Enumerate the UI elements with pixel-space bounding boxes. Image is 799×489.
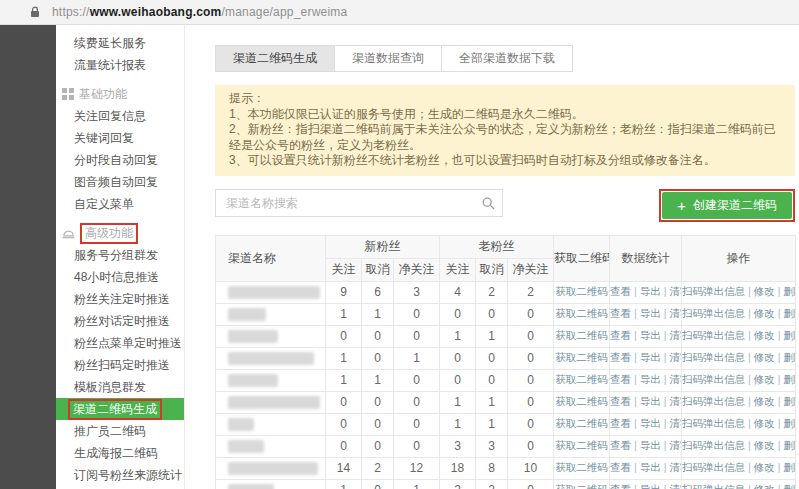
view-link[interactable]: 查看 xyxy=(610,439,631,451)
get-qrcode-link[interactable]: 获取二维码 xyxy=(555,373,608,385)
delete-link[interactable]: 删除 xyxy=(784,417,796,429)
scan-popup-link[interactable]: 扫码弹出信息 xyxy=(682,307,745,319)
modify-link[interactable]: 修改 xyxy=(754,483,775,489)
delete-link[interactable]: 删除 xyxy=(784,439,796,451)
delete-link[interactable]: 删除 xyxy=(784,307,796,319)
clear-link[interactable]: 清零 xyxy=(670,373,682,385)
view-link[interactable]: 查看 xyxy=(610,351,631,363)
delete-link[interactable]: 删除 xyxy=(784,483,796,489)
sidebar-item-follow-reply[interactable]: 关注回复信息 xyxy=(56,105,184,127)
view-link[interactable]: 查看 xyxy=(610,329,631,341)
sidebar-item-channel-qrcode-active[interactable]: 渠道二维码生成 xyxy=(56,398,184,420)
sidebar-item-promoter-qrcode[interactable]: 推广员二维码 xyxy=(56,420,184,442)
export-link[interactable]: 导出 xyxy=(640,351,661,363)
sidebar-item-fan-source-stats[interactable]: 订阅号粉丝来源统计 xyxy=(56,464,184,486)
export-link[interactable]: 导出 xyxy=(640,373,661,385)
sidebar-section-basic[interactable]: 基础功能 xyxy=(56,83,184,105)
scan-popup-link[interactable]: 扫码弹出信息 xyxy=(682,351,745,363)
modify-link[interactable]: 修改 xyxy=(754,417,775,429)
tab-channel-qrcode-generate[interactable]: 渠道二维码生成 xyxy=(215,45,335,72)
view-link[interactable]: 查看 xyxy=(610,417,631,429)
modify-link[interactable]: 修改 xyxy=(754,439,775,451)
sidebar-item-fan-dialog-push[interactable]: 粉丝对话定时推送 xyxy=(56,310,184,332)
sidebar-item-fan-scan-push[interactable]: 粉丝扫码定时推送 xyxy=(56,354,184,376)
sidebar-item-group-broadcast[interactable]: 服务号分组群发 xyxy=(56,244,184,266)
export-link[interactable]: 导出 xyxy=(640,395,661,407)
export-link[interactable]: 导出 xyxy=(640,439,661,451)
sidebar-item-keyword-reply[interactable]: 关键词回复 xyxy=(56,127,184,149)
view-link[interactable]: 查看 xyxy=(610,461,631,473)
delete-link[interactable]: 删除 xyxy=(784,395,796,407)
scan-popup-link[interactable]: 扫码弹出信息 xyxy=(682,395,745,407)
get-qrcode-link[interactable]: 获取二维码 xyxy=(555,395,608,407)
clear-link[interactable]: 清零 xyxy=(670,417,682,429)
clear-link[interactable]: 清零 xyxy=(670,329,682,341)
view-link[interactable]: 查看 xyxy=(610,373,631,385)
sidebar-item-48h-push[interactable]: 48小时信息推送 xyxy=(56,266,184,288)
modify-link[interactable]: 修改 xyxy=(754,307,775,319)
search-input[interactable] xyxy=(215,189,503,217)
export-link[interactable]: 导出 xyxy=(640,483,661,489)
delete-link[interactable]: 删除 xyxy=(784,329,796,341)
export-link[interactable]: 导出 xyxy=(640,307,661,319)
search-icon[interactable] xyxy=(482,197,495,213)
modify-link[interactable]: 修改 xyxy=(754,461,775,473)
clear-link[interactable]: 清零 xyxy=(670,483,682,489)
sidebar-item-fan-follow-push[interactable]: 粉丝关注定时推送 xyxy=(56,288,184,310)
sidebar-item-custom-menu[interactable]: 自定义菜单 xyxy=(56,193,184,215)
modify-link[interactable]: 修改 xyxy=(754,373,775,385)
scan-popup-link[interactable]: 扫码弹出信息 xyxy=(682,373,745,385)
clear-link[interactable]: 清零 xyxy=(670,285,682,297)
browser-address-bar[interactable]: https://www.weihaobang.com/manage/app_er… xyxy=(0,0,799,25)
sidebar-item-traffic-report[interactable]: 流量统计报表 xyxy=(56,54,184,76)
get-qrcode-link[interactable]: 获取二维码 xyxy=(555,417,608,429)
sidebar-item-timed-auto-reply[interactable]: 分时段自动回复 xyxy=(56,149,184,171)
url-text[interactable]: https://www.weihaobang.com/manage/app_er… xyxy=(52,5,347,19)
tab-channel-data-query[interactable]: 渠道数据查询 xyxy=(334,45,442,72)
sidebar-item-poster-qrcode[interactable]: 生成海报二维码 xyxy=(56,442,184,464)
get-qrcode-link[interactable]: 获取二维码 xyxy=(555,461,608,473)
get-qrcode-link[interactable]: 获取二维码 xyxy=(555,351,608,363)
sidebar-section-advanced[interactable]: 高级功能 xyxy=(56,222,184,244)
sidebar-item-renew-service[interactable]: 续费延长服务 xyxy=(56,32,184,54)
clear-link[interactable]: 清零 xyxy=(670,351,682,363)
scan-popup-link[interactable]: 扫码弹出信息 xyxy=(682,417,745,429)
scan-popup-link[interactable]: 扫码弹出信息 xyxy=(682,329,745,341)
scan-popup-link[interactable]: 扫码弹出信息 xyxy=(682,483,745,489)
modify-link[interactable]: 修改 xyxy=(754,285,775,297)
modify-link[interactable]: 修改 xyxy=(754,351,775,363)
export-link[interactable]: 导出 xyxy=(640,461,661,473)
scan-popup-link[interactable]: 扫码弹出信息 xyxy=(682,461,745,473)
scan-popup-link[interactable]: 扫码弹出信息 xyxy=(682,439,745,451)
sidebar-item-template-broadcast[interactable]: 模板消息群发 xyxy=(56,376,184,398)
delete-link[interactable]: 删除 xyxy=(784,351,796,363)
get-qrcode-link[interactable]: 获取二维码 xyxy=(555,307,608,319)
get-qrcode-link[interactable]: 获取二维码 xyxy=(555,439,608,451)
sidebar-item-fan-menu-push[interactable]: 粉丝点菜单定时推送 xyxy=(56,332,184,354)
modify-link[interactable]: 修改 xyxy=(754,395,775,407)
delete-link[interactable]: 删除 xyxy=(784,461,796,473)
create-channel-qrcode-button[interactable]: + 创建渠道二维码 xyxy=(662,192,792,219)
get-qrcode-link[interactable]: 获取二维码 xyxy=(555,329,608,341)
get-qrcode-link[interactable]: 获取二维码 xyxy=(555,483,608,489)
get-qrcode-link[interactable]: 获取二维码 xyxy=(555,285,608,297)
sidebar-item-media-auto-reply[interactable]: 图音频自动回复 xyxy=(56,171,184,193)
redacted-channel-name xyxy=(228,484,274,489)
tab-all-channel-download[interactable]: 全部渠道数据下载 xyxy=(441,45,573,72)
clear-link[interactable]: 清零 xyxy=(670,307,682,319)
scan-popup-link[interactable]: 扫码弹出信息 xyxy=(682,285,745,297)
export-link[interactable]: 导出 xyxy=(640,285,661,297)
clear-link[interactable]: 清零 xyxy=(670,395,682,407)
view-link[interactable]: 查看 xyxy=(610,483,631,489)
delete-link[interactable]: 删除 xyxy=(784,285,796,297)
lock-icon[interactable] xyxy=(30,6,40,18)
view-link[interactable]: 查看 xyxy=(610,395,631,407)
export-link[interactable]: 导出 xyxy=(640,417,661,429)
export-link[interactable]: 导出 xyxy=(640,329,661,341)
modify-link[interactable]: 修改 xyxy=(754,329,775,341)
clear-link[interactable]: 清零 xyxy=(670,439,682,451)
clear-link[interactable]: 清零 xyxy=(670,461,682,473)
delete-link[interactable]: 删除 xyxy=(784,373,796,385)
view-link[interactable]: 查看 xyxy=(610,307,631,319)
view-link[interactable]: 查看 xyxy=(610,285,631,297)
